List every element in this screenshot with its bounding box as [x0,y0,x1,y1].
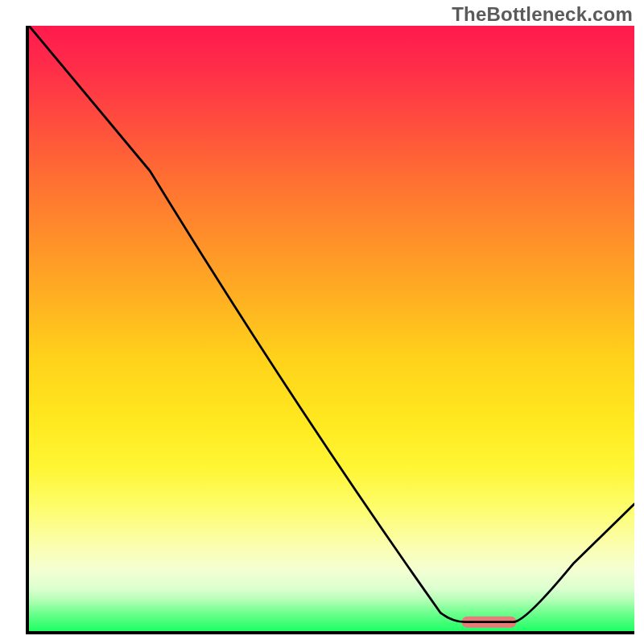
chart-svg [29,26,634,631]
plot-area [26,26,634,634]
bottleneck-curve [29,26,634,622]
watermark-text: TheBottleneck.com [452,3,633,26]
chart-container: TheBottleneck.com [0,0,644,644]
